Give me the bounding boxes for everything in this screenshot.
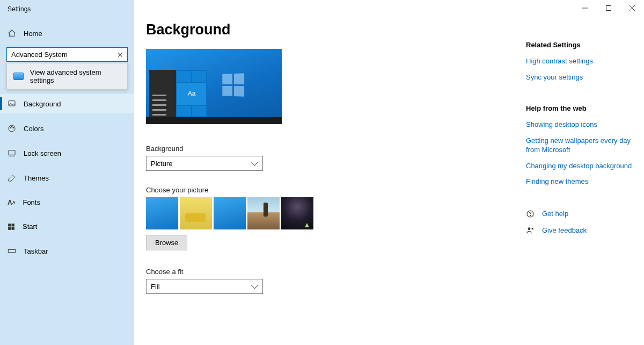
help-heading: Help from the web — [526, 104, 632, 112]
maximize-button[interactable] — [597, 0, 620, 16]
thumbnail-2[interactable] — [180, 197, 212, 229]
nav-item-themes[interactable]: Themes — [0, 168, 134, 188]
nav-label: Colors — [24, 125, 44, 133]
background-select-value: Picture — [151, 160, 172, 168]
thumbnail-5[interactable] — [281, 197, 313, 229]
link-get-help[interactable]: Get help — [542, 209, 568, 219]
svg-point-2 — [10, 127, 11, 128]
fonts-icon: AA — [8, 199, 15, 206]
svg-rect-0 — [9, 101, 15, 106]
search-container: ✕ — [6, 47, 128, 62]
link-new-themes[interactable]: Finding new themes — [526, 177, 632, 186]
svg-point-3 — [11, 126, 12, 127]
related-heading: Related Settings — [526, 41, 632, 49]
choose-picture-label: Choose your picture — [146, 186, 513, 194]
palette-icon — [8, 124, 16, 133]
nav-item-fonts[interactable]: AA Fonts — [0, 193, 134, 212]
home-button[interactable]: Home — [0, 25, 134, 42]
sidebar: Settings Home ✕ View advanced system set… — [0, 0, 134, 345]
nav-list: Background Colors Lock screen Themes AA … — [0, 94, 134, 261]
link-high-contrast[interactable]: High contrast settings — [526, 56, 632, 66]
svg-rect-15 — [606, 6, 611, 11]
nav-item-lockscreen[interactable]: Lock screen — [0, 143, 134, 163]
svg-point-4 — [13, 127, 14, 128]
svg-point-12 — [530, 215, 530, 215]
fit-select[interactable]: Fill — [146, 279, 263, 294]
lockscreen-icon — [8, 149, 16, 157]
fit-label: Choose a fit — [146, 268, 513, 276]
start-icon — [8, 223, 15, 231]
desktop-preview: Aa — [146, 49, 282, 124]
window-controls — [573, 0, 644, 16]
minimize-button[interactable] — [573, 0, 597, 16]
right-panel: Related Settings High contrast settings … — [526, 0, 644, 345]
thumbnail-3[interactable] — [214, 197, 246, 229]
app-title: Settings — [0, 0, 134, 13]
link-desktop-icons[interactable]: Showing desktop icons — [526, 120, 632, 130]
link-sync-settings[interactable]: Sync your settings — [526, 73, 632, 82]
page-title: Background — [146, 21, 513, 38]
help-icon — [526, 210, 535, 218]
nav-label: Start — [23, 222, 37, 231]
suggestion-text: View advanced system settings — [30, 68, 121, 84]
link-change-bg[interactable]: Changing my desktop background — [526, 161, 632, 171]
svg-rect-9 — [12, 227, 14, 229]
nav-item-background[interactable]: Background — [0, 94, 134, 113]
picture-icon — [8, 99, 16, 108]
nav-item-start[interactable]: Start — [0, 217, 134, 236]
content: Background Aa Background Picture Choose … — [134, 0, 526, 345]
link-give-feedback[interactable]: Give feedback — [542, 226, 587, 235]
browse-button[interactable]: Browse — [146, 235, 187, 250]
preview-tile-text: Aa — [177, 83, 206, 105]
nav-label: Fonts — [23, 198, 40, 206]
feedback-icon — [526, 226, 535, 235]
nav-label: Taskbar — [24, 247, 48, 255]
thumbnail-1[interactable] — [146, 197, 178, 229]
nav-item-taskbar[interactable]: Taskbar — [0, 241, 134, 261]
fit-select-value: Fill — [151, 283, 160, 291]
thumbnail-4[interactable] — [247, 197, 280, 229]
background-label: Background — [146, 145, 513, 153]
nav-label: Themes — [24, 174, 49, 182]
nav-item-colors[interactable]: Colors — [0, 119, 134, 138]
svg-rect-6 — [8, 224, 11, 226]
picture-thumbnails — [146, 197, 513, 229]
taskbar-icon — [8, 247, 16, 255]
svg-point-13 — [528, 227, 531, 230]
search-input[interactable] — [6, 47, 128, 62]
monitor-icon — [13, 73, 24, 80]
main: Background Aa Background Picture Choose … — [134, 0, 644, 345]
brush-icon — [8, 174, 16, 182]
home-label: Home — [24, 30, 42, 38]
background-select[interactable]: Picture — [146, 156, 263, 171]
close-button[interactable] — [620, 0, 644, 16]
windows-logo-icon — [222, 73, 244, 96]
svg-rect-8 — [8, 227, 11, 229]
nav-label: Background — [24, 100, 61, 108]
svg-rect-5 — [9, 150, 15, 155]
svg-rect-7 — [12, 224, 14, 226]
search-suggestion[interactable]: View advanced system settings — [6, 63, 128, 90]
home-icon — [8, 29, 16, 38]
svg-rect-10 — [8, 249, 15, 252]
nav-label: Lock screen — [24, 149, 61, 157]
clear-search-icon[interactable]: ✕ — [117, 51, 123, 59]
link-wallpapers[interactable]: Getting new wallpapers every day from Mi… — [526, 136, 632, 155]
